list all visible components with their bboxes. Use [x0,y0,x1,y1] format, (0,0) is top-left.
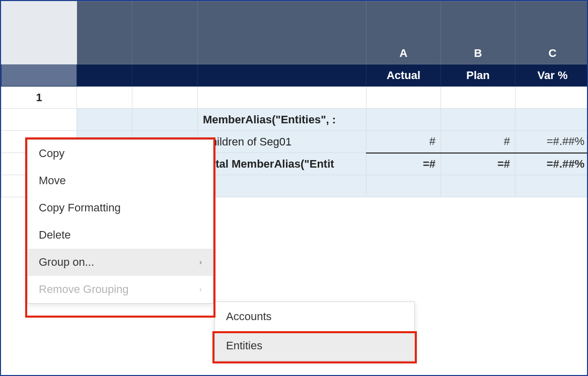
group-on-submenu: Accounts Entities [214,302,415,361]
submenu-item-entities[interactable]: Entities [215,331,414,360]
cell-value[interactable]: =# [366,153,441,175]
cell-value[interactable]: =#.##% [516,131,589,153]
column-label-plan[interactable]: Plan [441,64,516,87]
row-number[interactable]: 1 [2,87,77,109]
menu-label: Group on... [39,256,94,269]
cell[interactable] [198,87,366,109]
column-label-blank-2[interactable] [132,64,198,87]
cell[interactable] [77,109,132,131]
header-corner [2,2,77,64]
column-letter-a[interactable]: A [366,2,441,64]
menu-label: Remove Grouping [39,283,129,296]
menu-item-copy[interactable]: Copy [28,140,213,167]
cell[interactable] [441,109,516,131]
cell[interactable] [441,175,516,197]
header-blank-3[interactable] [198,2,366,64]
column-letter-b[interactable]: B [441,2,516,64]
column-letter-c[interactable]: C [516,2,589,64]
menu-item-copy-formatting[interactable]: Copy Formatting [28,194,213,221]
row-number[interactable] [2,109,77,131]
cell[interactable] [198,175,366,197]
cell[interactable] [366,87,441,109]
menu-label: Delete [39,229,71,242]
menu-label: Copy Formatting [39,201,121,214]
chevron-right-icon: › [199,258,202,267]
menu-item-group-on[interactable]: Group on... › [28,249,213,276]
submenu-label: Accounts [226,310,272,323]
column-label-varpct[interactable]: Var % [516,64,589,87]
cell[interactable] [441,87,516,109]
cell[interactable] [516,87,589,109]
column-label-row: Actual Plan Var % [2,64,589,87]
cell[interactable] [366,109,441,131]
menu-label: Copy [39,147,64,160]
cell[interactable] [132,87,198,109]
row-header-corner [2,64,77,87]
submenu-item-accounts[interactable]: Accounts [215,302,414,331]
table-row[interactable]: MemberAlias("Entities", : [2,109,589,131]
cell[interactable] [132,109,198,131]
menu-item-move[interactable]: Move [28,167,213,194]
cell[interactable] [516,109,589,131]
children-of-seg-label[interactable]: Children of Seg01 [198,131,366,153]
header-blank-2[interactable] [132,2,198,64]
context-menu: Copy Move Copy Formatting Delete Group o… [27,139,213,304]
submenu-label: Entities [226,339,262,352]
cell-value[interactable]: =# [441,153,516,175]
cell-value[interactable]: # [366,131,441,153]
app-frame: A B C Actual Plan Var % 1 [0,0,588,376]
chevron-right-icon: › [199,285,202,294]
menu-item-remove-grouping: Remove Grouping › [28,276,213,303]
cell-value[interactable]: =#.##% [516,153,589,175]
member-alias-label[interactable]: MemberAlias("Entities", : [198,109,366,131]
column-label-actual[interactable]: Actual [366,64,441,87]
column-letter-row: A B C [2,2,589,64]
cell[interactable] [77,87,132,109]
table-row[interactable]: 1 [2,87,589,109]
column-label-blank-3[interactable] [198,64,366,87]
cell[interactable] [366,175,441,197]
column-label-blank-1[interactable] [77,64,132,87]
cell[interactable] [516,175,589,197]
menu-item-delete[interactable]: Delete [28,221,213,249]
menu-label: Move [39,174,66,187]
header-blank-1[interactable] [77,2,132,64]
total-label[interactable]: Total MemberAlias("Entit [198,153,366,175]
cell-value[interactable]: # [441,131,516,153]
